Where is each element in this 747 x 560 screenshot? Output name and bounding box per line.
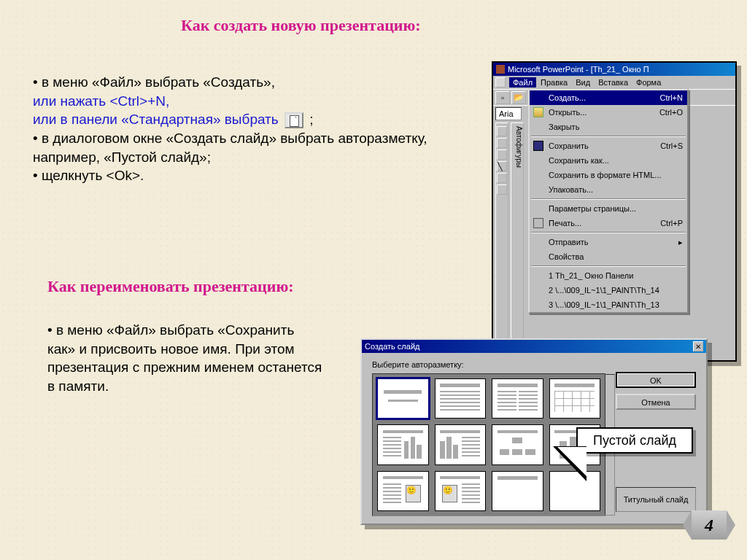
menu-item-label: Печать...: [549, 219, 581, 228]
new-document-icon: [285, 112, 303, 128]
line: • в диалоговом окне «Создать слайд» выбр…: [33, 129, 441, 166]
submenu-arrow-icon: ▸: [678, 238, 683, 247]
menu-item-label: Сохранить в формате HTML...: [549, 171, 662, 179]
instructions-rename: • в меню «Файл» выбрать «Сохранить как» …: [47, 321, 325, 396]
page-number: 4: [692, 510, 727, 540]
file-menu-dropdown: Создать...Ctrl+NОткрыть...Ctrl+OЗакрытьС…: [528, 89, 689, 314]
tool-icon[interactable]: [497, 126, 507, 136]
doc-icon: [495, 77, 506, 88]
tool-new-icon[interactable]: ▫: [495, 91, 510, 104]
folder-icon: [533, 107, 543, 117]
menu-separator: [531, 265, 686, 267]
dialog-title: Создать слайд: [365, 342, 419, 351]
close-icon[interactable]: ✕: [693, 341, 703, 351]
font-selector[interactable]: Aria: [495, 107, 522, 120]
menu-format[interactable]: Форма: [632, 77, 665, 88]
tool-icon[interactable]: [497, 149, 507, 160]
layout-two-col[interactable]: [492, 378, 543, 419]
app-icon: [496, 65, 505, 74]
menu-item-label: Упаковать...: [549, 185, 593, 194]
cancel-button[interactable]: Отмена: [616, 394, 696, 410]
save-icon: [533, 141, 543, 151]
menu-separator: [531, 232, 686, 233]
menu-item[interactable]: Упаковать...: [530, 182, 687, 197]
menu-item-label: 2 \...\009_IL~1\1_PAINT\Th_14: [549, 286, 659, 295]
menu-item[interactable]: Создать...Ctrl+N: [530, 90, 687, 105]
layout-clip-text[interactable]: 🙂: [435, 471, 487, 511]
print-icon: [533, 218, 543, 228]
callout-blank-slide: Пустой слайд: [576, 427, 693, 454]
menu-item[interactable]: Отправить▸: [530, 235, 687, 249]
menu-item[interactable]: Сохранить в формате HTML...: [530, 168, 687, 182]
tool-icon[interactable]: [497, 138, 507, 148]
layout-table[interactable]: [549, 378, 601, 419]
powerpoint-window: Microsoft PowerPoint - [Th_21_ Окно П Фа…: [492, 61, 737, 362]
menu-item-label: Сохранить: [549, 141, 589, 150]
heading-rename: Как переименовать презентацию:: [47, 277, 294, 296]
menu-item[interactable]: Закрыть: [530, 120, 687, 134]
text: или в панели «Стандартная» выбрать: [33, 112, 279, 127]
menu-edit[interactable]: Правка: [537, 77, 571, 88]
menu-item-label: Закрыть: [549, 122, 579, 131]
line: • в меню «Файл» выбрать «Создать»,: [33, 73, 441, 92]
menu-shortcut: Ctrl+P: [660, 219, 683, 228]
dialog-titlebar: Создать слайд ✕: [362, 340, 706, 353]
menu-view[interactable]: Вид: [572, 77, 594, 88]
menu-item-label: Создать...: [549, 93, 586, 102]
menu-bar: Файл Правка Вид Вставка Форма: [493, 76, 735, 89]
layout-title-only[interactable]: [492, 471, 543, 511]
menu-item-label: Свойства: [549, 252, 584, 261]
dialog-prompt: Выберите авторазметку:: [372, 360, 464, 369]
line-toolbar: или в панели «Стандартная» выбрать ;: [33, 110, 441, 129]
menu-shortcut: Ctrl+N: [660, 93, 683, 102]
menu-item[interactable]: 1 Th_21_ Окно Панели: [530, 268, 687, 283]
layout-grid: 🙂 🙂: [372, 373, 605, 516]
menu-item[interactable]: Открыть...Ctrl+O: [530, 105, 687, 120]
menu-item[interactable]: СохранитьCtrl+S: [530, 139, 687, 153]
drawing-toolbar: ╲: [495, 122, 508, 357]
menu-shortcut: Ctrl+O: [659, 108, 683, 117]
menu-item-label: Параметры страницы...: [549, 204, 636, 213]
menu-item-label: 3 \...\009_IL~1\1_PAINT\Th_13: [549, 300, 659, 309]
menu-item-label: Открыть...: [549, 108, 587, 117]
layout-title[interactable]: [377, 378, 429, 419]
autoshapes-label[interactable]: Автофигуры: [511, 122, 524, 357]
layout-text-chart[interactable]: [377, 424, 429, 464]
text: ;: [309, 112, 313, 127]
menu-item[interactable]: Сохранить как...: [530, 153, 687, 168]
menu-separator: [531, 136, 686, 137]
window-titlebar: Microsoft PowerPoint - [Th_21_ Окно П: [493, 63, 735, 76]
layout-text-clip[interactable]: 🙂: [377, 471, 429, 511]
menu-separator: [531, 198, 686, 200]
tool-line-icon[interactable]: ╲: [497, 161, 507, 171]
window-title: Microsoft PowerPoint - [Th_21_ Окно П: [508, 65, 649, 74]
menu-item[interactable]: Свойства: [530, 249, 687, 264]
menu-insert[interactable]: Вставка: [595, 77, 632, 88]
menu-item[interactable]: 3 \...\009_IL~1\1_PAINT\Th_13: [530, 298, 687, 312]
tool-icon[interactable]: [497, 173, 507, 183]
instructions-create: • в меню «Файл» выбрать «Создать», или н…: [33, 73, 441, 185]
menu-item-label: Сохранить как...: [549, 156, 609, 165]
menu-item[interactable]: Печать...Ctrl+P: [530, 216, 687, 230]
menu-item-label: 1 Th_21_ Окно Панели: [549, 271, 633, 280]
line-shortcut: или нажать <Ctrl>+N,: [33, 92, 441, 111]
heading-create: Как создать новую презентацию:: [181, 16, 421, 35]
tool-icon[interactable]: [497, 184, 507, 195]
tool-open-icon[interactable]: 📂: [511, 91, 526, 104]
layout-caption: Титульный слайд: [616, 487, 696, 512]
ok-button[interactable]: OK: [616, 372, 696, 388]
menu-item[interactable]: 2 \...\009_IL~1\1_PAINT\Th_14: [530, 283, 687, 298]
layout-chart-text[interactable]: [435, 424, 487, 464]
line: • щелкнуть <Ok>.: [33, 166, 441, 185]
menu-item-label: Отправить: [549, 238, 589, 246]
menu-file[interactable]: Файл: [509, 77, 536, 88]
menu-item[interactable]: Параметры страницы...: [530, 201, 687, 216]
menu-shortcut: Ctrl+S: [660, 141, 683, 150]
layout-orgchart[interactable]: [492, 424, 543, 464]
layout-bulleted[interactable]: [435, 378, 487, 419]
